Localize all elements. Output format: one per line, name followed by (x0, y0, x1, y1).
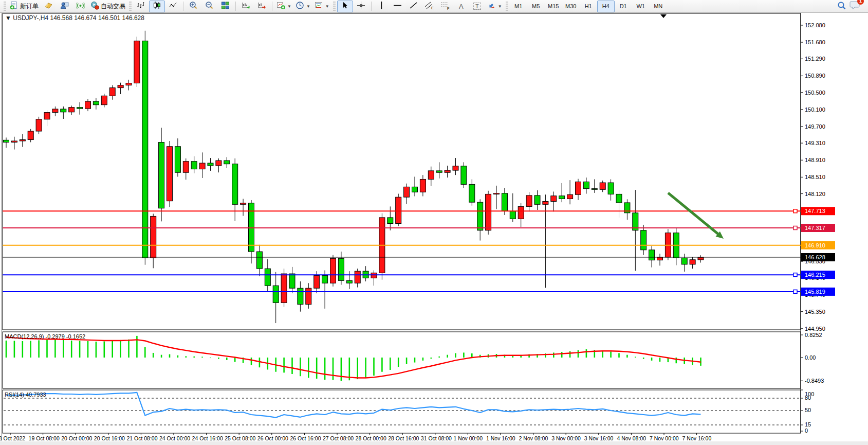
mt4-window: 新订单 自动交易 (0, 0, 868, 445)
dropdown-arrow-icon: ▼ (287, 4, 291, 9)
chart-shift-icon (257, 1, 266, 11)
svg-text:26 Oct 00:00: 26 Oct 00:00 (257, 435, 288, 441)
toolbar-grip (333, 2, 336, 11)
price-label-147.317: 147.317 (801, 224, 835, 232)
cursor-tool-button[interactable] (337, 1, 353, 12)
zoom-out-icon (205, 1, 214, 11)
auto-scroll-icon (242, 1, 250, 11)
svg-text:F: F (447, 7, 449, 10)
auto-trading-label: 自动交易 (101, 2, 125, 11)
svg-text:7 Nov 00:00: 7 Nov 00:00 (650, 435, 679, 441)
svg-text:25 Oct 08:00: 25 Oct 08:00 (225, 435, 255, 441)
svg-text:28 Oct 16:00: 28 Oct 16:00 (388, 435, 419, 441)
svg-text:28 Oct 00:00: 28 Oct 00:00 (356, 435, 386, 441)
tile-windows-button[interactable] (217, 1, 233, 12)
chart-title: ▼ USDJPY-,H4 146.568 146.674 146.501 146… (5, 14, 144, 22)
vertical-line-tool[interactable] (374, 1, 390, 12)
svg-text:26 Oct 16:00: 26 Oct 16:00 (290, 435, 321, 441)
new-order-button[interactable]: 新订单 (8, 1, 41, 12)
timeframe-H1[interactable]: H1 (580, 1, 597, 12)
price-label-147.713: 147.713 (801, 207, 835, 215)
svg-text:24 Oct 16:00: 24 Oct 16:00 (192, 435, 223, 441)
timeframe-M15[interactable]: M15 (545, 1, 562, 12)
market-watch-button[interactable] (41, 1, 57, 12)
line-chart-button[interactable] (165, 1, 181, 12)
macd-label: MACD(12,26,9) -0.2979 -0.1652 (5, 333, 85, 340)
text-tool[interactable]: A (453, 1, 469, 12)
svg-text:0.00: 0.00 (805, 354, 816, 361)
crosshair-tool-button[interactable] (353, 1, 369, 12)
price-label-146.628: 146.628 (801, 253, 835, 261)
horizontal-line-tool[interactable] (390, 1, 405, 12)
new-order-icon (10, 1, 19, 11)
timeframe-M30[interactable]: M30 (562, 1, 580, 12)
timeframe-H4[interactable]: H4 (597, 1, 615, 12)
timeframe-D1[interactable]: D1 (615, 1, 632, 12)
signals-button[interactable] (72, 1, 88, 12)
price-label-145.819: 145.819 (801, 288, 835, 296)
svg-text:149.700: 149.700 (805, 123, 825, 130)
svg-text:50: 50 (805, 407, 811, 413)
svg-text:18 Oct 2022: 18 Oct 2022 (0, 435, 25, 441)
trendline-tool[interactable] (405, 1, 421, 12)
expert-advisors-button[interactable] (57, 1, 72, 12)
svg-text:3 Nov 00:00: 3 Nov 00:00 (551, 435, 581, 441)
svg-text:145.350: 145.350 (805, 309, 825, 315)
equidistant-channel-icon: E (424, 1, 434, 11)
crosshair-icon (357, 1, 365, 11)
svg-text:146.215: 146.215 (805, 272, 825, 278)
svg-text:19 Oct 08:00: 19 Oct 08:00 (29, 435, 60, 441)
clock-icon (296, 1, 304, 11)
arrows-icon (487, 1, 496, 11)
toolbar: 新订单 自动交易 (0, 0, 868, 13)
svg-text:147.713: 147.713 (805, 208, 825, 214)
auto-trading-button[interactable]: 自动交易 (88, 1, 127, 12)
toolbar-separator (272, 2, 272, 11)
svg-text:145.819: 145.819 (805, 289, 825, 295)
channel-tool[interactable]: E (421, 1, 437, 12)
timeframe-W1[interactable]: W1 (632, 1, 650, 12)
chart-canvas[interactable]: 152.080151.680151.290150.890150.500150.1… (0, 0, 868, 445)
svg-text:148.910: 148.910 (805, 157, 825, 163)
svg-text:20 Oct 00:00: 20 Oct 00:00 (61, 435, 92, 441)
zoom-in-button[interactable] (186, 1, 201, 12)
zoom-out-button[interactable] (201, 1, 217, 12)
search-icon (837, 1, 846, 12)
svg-text:144.950: 144.950 (805, 326, 825, 332)
arrows-tool[interactable]: ▼ (485, 1, 504, 12)
gold-seal-icon (44, 1, 53, 11)
period-button[interactable]: ▼ (293, 1, 312, 12)
dropdown-arrow-icon: ▼ (325, 4, 329, 9)
fibonacci-icon: F (440, 1, 450, 11)
text-label-tool[interactable]: T (469, 1, 485, 12)
trendline-icon (409, 1, 418, 11)
svg-text:4 Nov 08:00: 4 Nov 08:00 (617, 435, 646, 441)
toolbar-separator (371, 2, 372, 11)
search-button[interactable] (834, 1, 849, 12)
dropdown-arrow-icon: ▼ (498, 4, 502, 9)
candlestick-chart-button[interactable] (149, 1, 165, 12)
svg-text:0: 0 (805, 428, 808, 434)
chart-shift-button[interactable] (254, 1, 270, 12)
indicators-button[interactable]: ▼ (274, 1, 293, 12)
dropdown-arrow-icon: ▼ (306, 4, 310, 9)
svg-text:27 Oct 08:00: 27 Oct 08:00 (323, 435, 354, 441)
zoom-in-icon (189, 1, 198, 11)
fibonacci-tool[interactable]: F (437, 1, 453, 12)
svg-text:152.080: 152.080 (805, 22, 825, 28)
notifications-button[interactable]: 1 (849, 0, 861, 12)
timeframe-M1[interactable]: M1 (510, 1, 527, 12)
text-tool-icon: A (459, 3, 464, 10)
templates-button[interactable]: ▼ (312, 1, 331, 12)
bar-chart-button[interactable] (133, 1, 149, 12)
toolbar-separator (183, 2, 183, 11)
auto-scroll-button[interactable] (238, 1, 254, 12)
svg-text:151.680: 151.680 (805, 39, 825, 45)
notification-badge: 1 (857, 0, 864, 5)
toolbar-separator (235, 2, 236, 11)
timeframe-M5[interactable]: M5 (527, 1, 545, 12)
svg-text:15: 15 (805, 421, 811, 428)
bar-chart-icon (137, 1, 145, 11)
svg-text:7 Nov 16:00: 7 Nov 16:00 (682, 435, 712, 441)
timeframe-MN[interactable]: MN (650, 1, 667, 12)
